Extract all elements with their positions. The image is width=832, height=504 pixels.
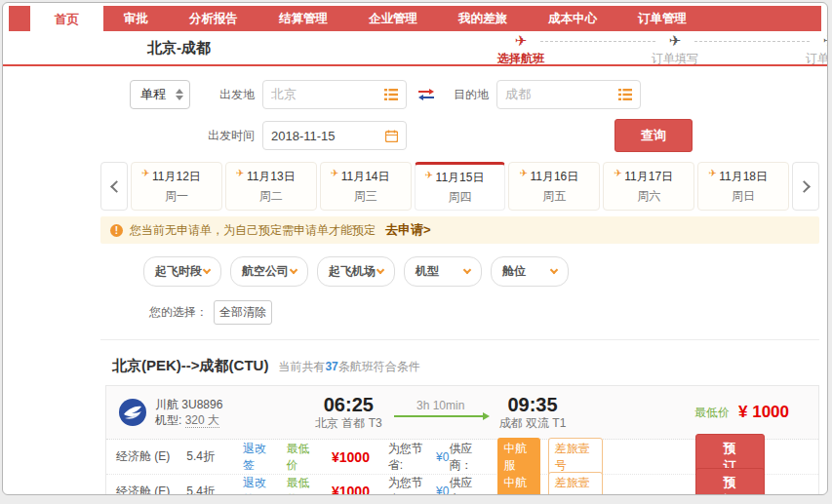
app-window: 首页 审批 分析报告 结算管理 企业管理 我的差旅 成本中心 订单管理 北京-成… [2, 2, 828, 495]
lowest-tag: 最低价 [286, 441, 318, 474]
departure-block: 06:25 北京 首都 T3 [315, 394, 382, 432]
book-button[interactable]: 预订 [695, 468, 765, 495]
selection-label: 您的选择： [149, 304, 208, 321]
nav-item-enterprise[interactable]: 企业管理 [348, 6, 438, 31]
trip-type-value: 单程 [140, 86, 166, 103]
results-header: 北京(PEK)-->成都(CTU) 当前共有37条航班符合条件 [100, 357, 819, 375]
count-number: 37 [325, 360, 337, 373]
supplier-group: 供应商： 中航服 差旅壹号 [449, 472, 602, 495]
refund-policy-link[interactable]: 退改签 [243, 441, 275, 474]
date-tab-nov13[interactable]: ✈ 11月13日 周二 [225, 162, 317, 211]
flight-card: 川航 3U8896 机型: 320 大 06:25 北京 首都 T3 3h 10… [105, 385, 819, 495]
calendar-icon[interactable] [385, 130, 398, 142]
date-tab-nov17[interactable]: ✈ 11月17日 周六 [603, 162, 694, 211]
flight-count: 当前共有37条航班符合条件 [278, 359, 419, 375]
airline-logo-icon [118, 398, 147, 427]
from-label: 出发地 [190, 87, 255, 103]
search-form-row-1: 单程 出发地 目的地 [100, 80, 819, 109]
cabin-class: 经济舱 (E) [106, 448, 186, 465]
plane-icon: ✈ [708, 168, 716, 178]
cabin-class: 经济舱 (E) [106, 484, 186, 496]
flight-arrow-icon [394, 415, 488, 417]
supplier-label: 供应商： [449, 475, 490, 495]
nav-item-settlement[interactable]: 结算管理 [258, 6, 348, 31]
supplier-badge-selected[interactable]: 中航服 [497, 438, 539, 477]
flight-number: 川航 3U8896 [155, 397, 222, 412]
filter-airline[interactable]: 航空公司 [230, 256, 308, 287]
filter-aircraft-type[interactable]: 机型 [404, 256, 482, 287]
clear-all-button[interactable]: 全部清除 [214, 300, 272, 325]
to-input[interactable] [505, 88, 618, 102]
main-content: 单程 出发地 目的地 [3, 66, 827, 495]
filter-depart-time[interactable]: 起飞时段 [143, 256, 221, 287]
info-icon: ! [110, 224, 123, 237]
depart-time: 06:25 [315, 394, 382, 415]
filter-cabin-class[interactable]: 舱位 [491, 256, 569, 287]
step-order-complete: ✈ 订单完成 [802, 33, 828, 67]
save-label: 为您节省: [388, 475, 433, 495]
page-header: 北京-成都 ✈ 选择航班 ✈ 订单填写 ✈ 订单完成 [3, 31, 827, 66]
filter-bar: 起飞时段 航空公司 起飞机场 机型 舱位 [100, 256, 819, 287]
plane-icon: ✈ [515, 33, 528, 49]
step-fill-order: ✈ 订单填写 [648, 33, 702, 67]
nav-item-my-travel[interactable]: 我的差旅 [438, 6, 528, 31]
selection-row: 您的选择： 全部清除 [100, 300, 819, 325]
chevron-down-icon [463, 266, 471, 274]
fare-row: 经济舱 (E) 5.4折 退改签 最低价 ¥1000 为您节省: ¥0 供应商：… [106, 474, 818, 495]
page-title: 北京-成都 [147, 39, 211, 58]
search-button[interactable]: 查询 [614, 119, 693, 152]
trip-type-select[interactable]: 单程 [130, 80, 190, 109]
date-tab-nov12[interactable]: ✈ 11月12日 周一 [131, 162, 222, 211]
notice-text: 您当前无申请单，为自己预定需申请单才能预定 [130, 222, 376, 239]
supplier-badge[interactable]: 差旅壹号 [548, 438, 603, 477]
from-input[interactable] [271, 88, 384, 102]
discount: 5.4折 [186, 484, 243, 496]
lowest-price-block: 最低价 ¥ 1000 [694, 403, 789, 422]
save-label: 为您节省: [388, 441, 433, 474]
flight-times: 06:25 北京 首都 T3 3h 10min 09:35 成都 双流 T1 [315, 394, 566, 432]
plane-icon: ✈ [236, 168, 244, 178]
lowest-price-label: 最低价 [694, 405, 730, 421]
date-input-box [262, 121, 407, 150]
list-icon[interactable] [618, 89, 632, 100]
airline-text: 川航 3U8896 机型: 320 大 [155, 397, 222, 428]
nav-item-analysis-report[interactable]: 分析报告 [169, 6, 258, 31]
chevron-down-icon [203, 266, 211, 274]
next-dates-button[interactable] [792, 162, 819, 211]
nav-item-approval[interactable]: 审批 [103, 6, 169, 31]
plane-icon: ✈ [141, 168, 149, 178]
booking-steps: ✈ 选择航班 ✈ 订单填写 ✈ 订单完成 [494, 33, 828, 67]
filter-depart-airport[interactable]: 起飞机场 [317, 256, 395, 287]
chevron-left-icon [110, 180, 123, 193]
route-title: 北京(PEK)-->成都(CTU) [112, 357, 268, 375]
date-tab-nov14[interactable]: ✈ 11月14日 周三 [320, 162, 412, 211]
refund-policy-link[interactable]: 退改签 [243, 475, 275, 495]
chevron-right-icon [798, 180, 811, 193]
airline-info: 川航 3U8896 机型: 320 大 [106, 397, 270, 428]
chevron-down-icon [376, 266, 384, 274]
from-input-box [262, 80, 407, 109]
discount: 5.4折 [186, 448, 243, 465]
apply-link[interactable]: 去申请> [385, 221, 431, 239]
chevron-down-icon [550, 266, 558, 274]
duration-block: 3h 10min [394, 399, 488, 427]
nav-item-order-management[interactable]: 订单管理 [617, 6, 707, 31]
step-connector [694, 41, 810, 42]
duration-text: 3h 10min [394, 399, 488, 412]
step-select-flight: ✈ 选择航班 [494, 33, 548, 67]
date-tab-nov18[interactable]: ✈ 11月18日 周日 [697, 162, 789, 211]
supplier-badge[interactable]: 差旅壹号 [548, 472, 603, 495]
date-strip: ✈ 11月12日 周一 ✈ 11月13日 周二 ✈ 11月14日 周三 ✈ 11… [100, 162, 819, 211]
fare-price: ¥1000 [332, 484, 388, 495]
date-tab-nov16[interactable]: ✈ 11月16日 周五 [508, 162, 600, 211]
depart-date-input[interactable] [271, 129, 385, 143]
save-value: ¥0 [436, 485, 449, 495]
plane-icon: ✈ [331, 168, 338, 178]
list-icon[interactable] [384, 89, 398, 100]
supplier-badge-selected[interactable]: 中航服 [497, 472, 539, 495]
notice-bar: ! 您当前无申请单，为自己预定需申请单才能预定 去申请> [100, 216, 819, 244]
date-tab-nov15-active[interactable]: ✈ 11月15日 周四 [415, 162, 506, 211]
nav-item-cost-center[interactable]: 成本中心 [528, 6, 617, 31]
swap-cities-icon[interactable] [418, 89, 434, 100]
prev-dates-button[interactable] [100, 162, 128, 211]
